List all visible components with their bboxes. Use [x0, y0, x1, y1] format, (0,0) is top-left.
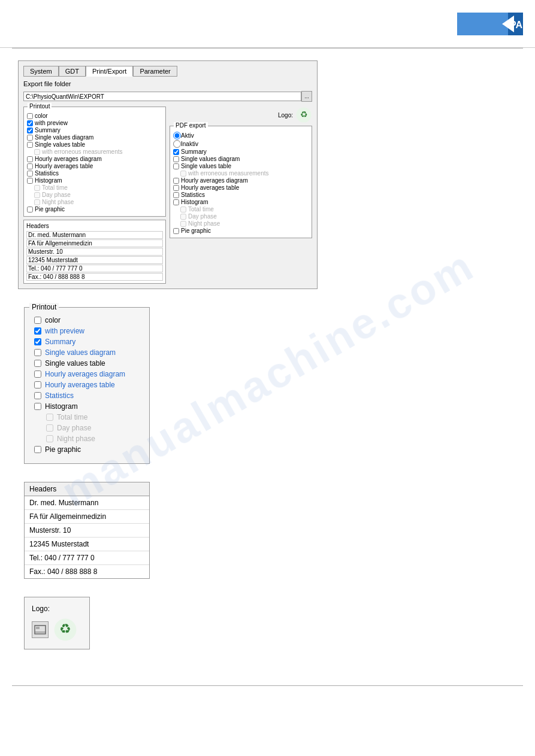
- svg-text:♻: ♻: [59, 621, 71, 636]
- cb-day-phase-small: [34, 192, 40, 198]
- cb-stats-large-label: Statistics: [45, 391, 74, 400]
- cb-summary-large-label: Summary: [45, 338, 75, 346]
- radio-aktiv-small[interactable]: [173, 132, 181, 139]
- cb-pdf-pie-small[interactable]: [173, 228, 179, 234]
- cb-row-with-preview-large: with preview: [34, 327, 140, 335]
- cb-hat-large[interactable]: [34, 381, 41, 388]
- cb-had-large[interactable]: [34, 371, 41, 378]
- header-input-4-large[interactable]: [25, 538, 149, 551]
- header-input-3-large[interactable]: [25, 524, 149, 537]
- export-folder-browse-btn[interactable]: ...: [301, 91, 312, 102]
- cb-pdf-erroneous-small: [180, 171, 186, 177]
- cb-night-phase-small: [34, 199, 40, 205]
- printout-large-title: Printout: [29, 303, 59, 311]
- cb-color-large[interactable]: [34, 317, 41, 324]
- cb-row-stats-large: Statistics: [34, 391, 140, 400]
- image-browse-icon: [34, 624, 46, 636]
- cb-hist-small[interactable]: [27, 178, 33, 184]
- cb-svd-large[interactable]: [34, 349, 41, 356]
- printout-group-title-small: Printout: [28, 103, 52, 110]
- cb-row-day-phase-large: Day phase: [46, 424, 140, 432]
- header-field-3-small[interactable]: [26, 248, 163, 256]
- header-field-5-small[interactable]: [26, 265, 163, 272]
- cb-with-preview-large[interactable]: [34, 327, 41, 335]
- header-input-2-large[interactable]: [25, 510, 149, 523]
- cb-svd-small[interactable]: [27, 135, 33, 141]
- recycle-icon-small: ♻: [295, 107, 312, 123]
- logo-label-small: Logo:: [278, 112, 293, 119]
- cb-color-small[interactable]: [27, 113, 33, 119]
- cb-pdf-summary-small[interactable]: [173, 149, 179, 155]
- cb-row-pie-large: Pie graphic: [34, 445, 140, 454]
- radio-inaktiv-small[interactable]: [173, 140, 181, 148]
- cb-pdf-hat-small[interactable]: [173, 185, 179, 191]
- tab-print-export[interactable]: Print/Export: [86, 66, 133, 77]
- svg-text:♻: ♻: [300, 110, 308, 119]
- export-folder-input[interactable]: [23, 92, 301, 101]
- cb-stats-large[interactable]: [34, 392, 41, 399]
- cb-erroneous-small: [34, 149, 40, 155]
- cb-hat-small[interactable]: [27, 163, 33, 169]
- header-input-6-large[interactable]: [25, 565, 149, 578]
- cb-night-phase-large: [46, 435, 53, 442]
- cb-color-large-label: color: [45, 316, 61, 324]
- headers-large-title: Headers: [25, 482, 149, 496]
- cb-pdf-svt-small[interactable]: [173, 163, 179, 169]
- cb-pdf-stats-small[interactable]: [173, 192, 179, 198]
- header-field-6-small[interactable]: [26, 273, 163, 281]
- header-row-2: [25, 510, 149, 524]
- cb-pie-large-label: Pie graphic: [45, 445, 81, 454]
- tab-parameter[interactable]: Parameter: [133, 66, 177, 77]
- header-input-1-large[interactable]: [25, 496, 149, 509]
- tab-gdt[interactable]: GDT: [59, 66, 86, 77]
- cb-row-svd-large: Single values diagram: [34, 348, 140, 357]
- cb-stats-small[interactable]: [27, 171, 33, 177]
- cb-summary-small[interactable]: [27, 127, 33, 133]
- header-field-4-small[interactable]: [26, 256, 163, 264]
- headers-label-small: Headers: [26, 223, 163, 229]
- cb-row-hist-large: Histogram: [34, 402, 140, 411]
- cb-pdf-night-phase-small: [180, 221, 186, 227]
- cb-row-color-large: color: [34, 316, 140, 324]
- cb-row-summary-large: Summary: [34, 338, 140, 346]
- cb-day-phase-large-label: Day phase: [57, 424, 91, 432]
- header-row-1: [25, 496, 149, 510]
- tab-system[interactable]: System: [23, 66, 59, 77]
- cb-had-large-label: Hourly averages diagram: [45, 370, 125, 378]
- header-field-2-small[interactable]: [26, 239, 163, 247]
- logo-browse-button[interactable]: [32, 621, 49, 638]
- cb-hat-large-label: Hourly averages table: [45, 381, 115, 389]
- cb-row-svt-large: Single values table: [34, 359, 140, 368]
- cb-had-small[interactable]: [27, 156, 33, 162]
- screenshot-panel: System GDT Print/Export Parameter Export…: [18, 60, 318, 289]
- cb-summary-large[interactable]: [34, 338, 41, 345]
- cb-pie-large[interactable]: [34, 446, 41, 453]
- export-folder-label: Export file folder: [23, 80, 71, 87]
- cb-day-phase-large: [46, 424, 53, 432]
- cb-pdf-hist-small[interactable]: [173, 199, 179, 205]
- cb-total-time-small: [34, 185, 40, 191]
- header-row-3: [25, 524, 149, 538]
- cb-pdf-svd-small[interactable]: [173, 156, 179, 162]
- header-input-5-large[interactable]: [25, 551, 149, 564]
- logo-large-group: Logo: ♻: [24, 597, 90, 649]
- cb-total-time-large: [46, 414, 53, 421]
- cb-with-preview-large-label: with preview: [45, 327, 84, 335]
- cb-svd-large-label: Single values diagram: [45, 348, 116, 357]
- header-row-5: [25, 551, 149, 565]
- cb-hist-large[interactable]: [34, 403, 41, 410]
- header-field-1-small[interactable]: [26, 231, 163, 239]
- cb-pdf-had-small[interactable]: [173, 178, 179, 184]
- cb-pdf-total-time-small: [180, 207, 186, 212]
- cb-pdf-day-phase-small: [180, 214, 186, 220]
- par-logo: PAR: [457, 13, 523, 35]
- cb-svt-large[interactable]: [34, 360, 41, 367]
- headers-large-group: Headers: [24, 482, 150, 579]
- cb-total-time-large-label: Total time: [57, 413, 87, 421]
- cb-pie-small[interactable]: [27, 207, 33, 212]
- export-folder-row: Export file folder: [23, 80, 312, 87]
- cb-svt-small[interactable]: [27, 142, 33, 148]
- cb-with-preview-small[interactable]: [27, 120, 33, 126]
- cb-hist-large-label: Histogram: [45, 402, 78, 411]
- logo-large-area: ♻: [32, 618, 82, 642]
